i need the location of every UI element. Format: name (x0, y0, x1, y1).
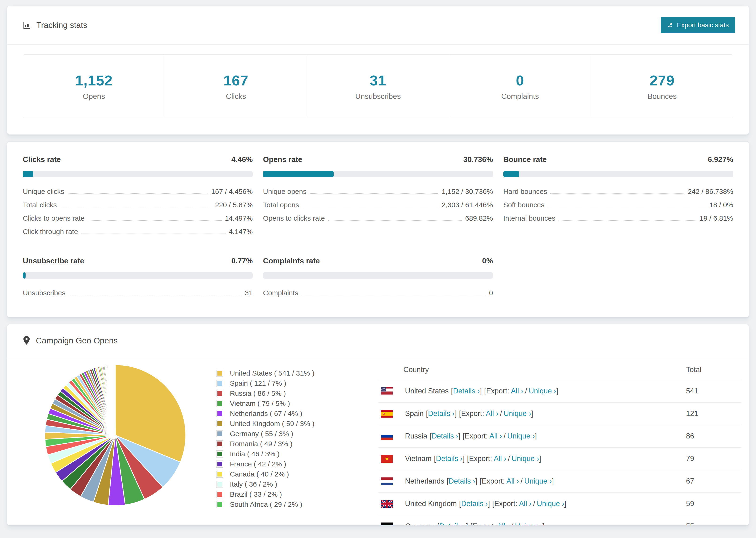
export-unique-link[interactable]: Unique › (504, 409, 531, 418)
rate-detail-value: 18 / 0% (709, 201, 733, 209)
stat-cell: 279 Bounces (591, 55, 733, 118)
legend-item: Netherlands ( 67 / 4% ) (216, 408, 362, 418)
country-flag-icon (381, 410, 393, 418)
bracket: [ (492, 500, 495, 508)
progress-bar (23, 171, 253, 177)
progress-bar-fill (263, 171, 334, 177)
rate-detail-row: Total opens 2,303 / 61.446% (263, 201, 493, 214)
legend-label: Russia ( 86 / 5% ) (230, 389, 286, 398)
rates-card: Clicks rate 4.46% Unique clicks 167 / 4.… (7, 141, 749, 318)
stat-label: Unsubscribes (355, 92, 401, 101)
rate-detail-value: 0 (489, 289, 493, 297)
details-link[interactable]: Details › (461, 500, 488, 508)
export-all-link[interactable]: All › (494, 455, 506, 463)
slash: / (512, 522, 513, 525)
bracket: ] (531, 409, 533, 418)
bracket: ] (488, 500, 490, 508)
legend-swatch (216, 481, 223, 488)
table-row: Germany [ Details › ] [ Export: (378, 515, 741, 525)
rate-detail-row: Clicks to opens rate 14.497% (23, 214, 253, 228)
dotted-leader (302, 207, 438, 207)
bracket: ] (455, 409, 457, 418)
bracket: ] (466, 522, 468, 525)
progress-bar-fill (503, 171, 519, 177)
bracket: [ (467, 455, 469, 463)
column-header-total: Total (686, 360, 741, 380)
dotted-leader (68, 193, 208, 194)
rate-detail-value: 167 / 4.456% (211, 188, 253, 195)
rate-detail-value: 220 / 5.87% (215, 201, 253, 209)
country-name: Germany (405, 522, 435, 525)
progress-bar (23, 272, 253, 279)
legend-swatch (216, 410, 223, 417)
rate-detail-label: Soft bounces (503, 201, 544, 209)
export-all-link[interactable]: All › (507, 477, 519, 485)
progress-bar-fill (23, 171, 33, 177)
details-link[interactable]: Details › (449, 477, 475, 485)
country-flag-icon (381, 455, 393, 463)
export-unique-link[interactable]: Unique › (507, 432, 535, 440)
bracket: ] (463, 455, 465, 463)
legend-item: Vietnam ( 79 / 5% ) (216, 398, 362, 408)
dotted-leader (69, 295, 242, 295)
bar-chart-icon (23, 21, 31, 29)
export-all-link[interactable]: All › (511, 387, 523, 395)
legend-label: Italy ( 36 / 2% ) (230, 480, 277, 488)
bracket: [ (463, 432, 465, 440)
slash: / (533, 500, 535, 508)
export-unique-link[interactable]: Unique › (529, 387, 556, 395)
tracking-stats-title: Tracking stats (36, 21, 87, 30)
country-name: United States (405, 387, 449, 395)
legend-swatch (216, 491, 223, 498)
rates-grid: Clicks rate 4.46% Unique clicks 167 / 4.… (23, 155, 733, 302)
details-link[interactable]: Details › (428, 409, 455, 418)
legend-swatch (216, 390, 223, 397)
rate-value: 4.46% (232, 155, 253, 164)
export-unique-link[interactable]: Unique › (515, 522, 542, 525)
details-link[interactable]: Details › (432, 432, 458, 440)
country-total: 541 (686, 380, 741, 402)
stat-value: 167 (224, 72, 248, 89)
details-link[interactable]: Details › (453, 387, 480, 395)
rate-detail-label: Total clicks (23, 201, 57, 209)
legend-label: United Kingdom ( 59 / 3% ) (230, 420, 314, 428)
legend-label: Netherlands ( 67 / 4% ) (230, 409, 302, 418)
stat-cell: 167 Clicks (165, 55, 307, 118)
legend-item: Russia ( 86 / 5% ) (216, 388, 362, 398)
bracket: [ (484, 387, 486, 395)
bracket: [ (434, 455, 436, 463)
export-unique-link[interactable]: Unique › (524, 477, 552, 485)
rate-detail-label: Unique clicks (23, 188, 64, 195)
export-all-link[interactable]: All › (490, 432, 502, 440)
legend-label: Brazil ( 33 / 2% ) (230, 490, 282, 498)
rate-detail-label: Complaints (263, 289, 298, 297)
rate-section: Unsubscribe rate 0.77% Unsubscribes 31 (23, 256, 253, 302)
rate-value: 0.77% (232, 256, 253, 265)
export-unique-link[interactable]: Unique › (537, 500, 564, 508)
rate-detail-label: Clicks to opens rate (23, 214, 84, 222)
bracket: ] (480, 387, 482, 395)
table-row: United Kingdom [ Details › ] [ Export: (378, 493, 741, 515)
country-name: United Kingdom (405, 500, 457, 508)
export-all-link[interactable]: All › (519, 500, 531, 508)
export-basic-stats-button[interactable]: Export basic stats (661, 17, 735, 33)
export-all-link[interactable]: All › (497, 522, 510, 525)
legend-swatch (216, 460, 223, 467)
tracking-stats-header: Tracking stats (23, 21, 87, 30)
progress-bar-fill (23, 272, 26, 279)
rate-value: 30.736% (463, 155, 493, 164)
bracket: [ (480, 477, 482, 485)
bracket: [ (437, 522, 439, 525)
dotted-leader (60, 207, 212, 207)
rate-section: Clicks rate 4.46% Unique clicks 167 / 4.… (23, 155, 253, 241)
dotted-leader (550, 193, 684, 194)
details-link[interactable]: Details › (436, 455, 463, 463)
rate-detail-row: Unique clicks 167 / 4.456% (23, 188, 253, 201)
bracket: [ (459, 500, 461, 508)
rate-section: Complaints rate 0% Complaints 0 (263, 256, 493, 302)
details-link[interactable]: Details › (439, 522, 466, 525)
export-all-link[interactable]: All › (486, 409, 498, 418)
export-unique-link[interactable]: Unique › (512, 455, 539, 463)
rate-title: Complaints rate (263, 256, 320, 265)
export-label: Export: (461, 409, 484, 418)
